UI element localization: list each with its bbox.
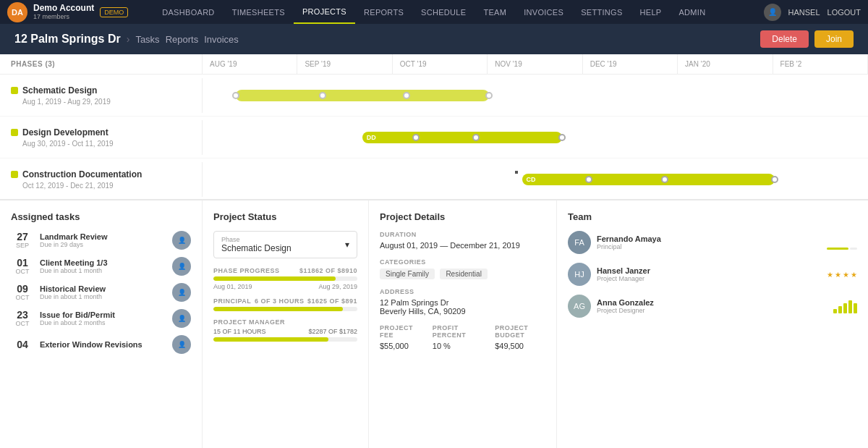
address-line2: Beverly Hills, CA, 90209 (380, 307, 545, 316)
task-name-4: Exterior Window Revisions (40, 340, 166, 349)
phase-select[interactable]: Phase Schematic Design ▾ (213, 231, 357, 258)
gantt-dot-3 (403, 92, 410, 99)
gantt-bar-dd[interactable]: DD (362, 132, 562, 143)
phase-dot-dd (11, 129, 18, 136)
gantt-bar-label-cd: CD (527, 176, 536, 183)
task-name-0: Landmark Review (40, 232, 166, 241)
nav-link-reports[interactable]: REPORTS (355, 0, 412, 24)
phase-name-dd: Design Development (22, 127, 109, 138)
task-sub-0: Due in 29 days (40, 241, 166, 248)
delete-button[interactable]: Delete (760, 30, 809, 48)
detail-address: ADDRESS 12 Palm Springs Dr Beverly Hills… (380, 288, 545, 316)
nav-logout-button[interactable]: LOGOUT (827, 8, 861, 17)
profit-value: 10 % (433, 342, 480, 350)
nav-link-schedule[interactable]: SCHEDULE (412, 0, 475, 24)
task-info-4: Exterior Window Revisions (40, 340, 166, 349)
timeline-month-jan: JAN '20 (678, 54, 773, 74)
pm-progress-values: 15 OF 11 HOURS $2287 OF $1782 (213, 328, 357, 335)
gantt-timeline-header: AUG '19 SEP '19 OCT '19 NOV '19 DEC '19 … (203, 54, 868, 74)
gantt-bar-label-dd: DD (367, 134, 376, 141)
member-name-1: Hansel Janzer (597, 266, 821, 275)
phase-name-cd: Construction Documentation (22, 169, 142, 179)
task-item-4: 04 Exterior Window Revisions 👤 (11, 335, 191, 354)
profit-label: PROFIT PERCENT (433, 324, 480, 339)
task-info-2: Historical Review Due in about 1 month (40, 284, 166, 300)
categories-tags: Single Family Residential (380, 269, 545, 279)
gantt-header: PHASES (3) AUG '19 SEP '19 OCT '19 NOV '… (0, 54, 868, 75)
timeline-month-nov: NOV '19 (488, 54, 582, 74)
nav-user-name: HANSEL (788, 8, 820, 17)
nav-right: 👤 HANSEL LOGOUT (764, 4, 861, 21)
gantt-bar-area-schematic (203, 75, 868, 117)
task-avatar-0: 👤 (172, 231, 191, 250)
principal-progress-row: PRINCIPAL 6 OF 3 HOURS $1625 OF $891 (213, 297, 357, 311)
nav-link-projects[interactable]: PROJECTS (294, 0, 355, 24)
nav-link-help[interactable]: HELP (631, 0, 671, 24)
nav-link-admin[interactable]: ADMIN (670, 0, 714, 24)
demo-badge: DEMO (100, 7, 128, 17)
nav-link-timesheets[interactable]: TIMESHEETS (224, 0, 294, 24)
fee-value: $55,000 (380, 342, 418, 350)
phase-info-schematic: Schematic Design Aug 1, 2019 - Aug 29, 2… (0, 78, 203, 113)
gantt-row-dd: Design Development Aug 30, 2019 - Oct 11… (0, 117, 868, 159)
pm-progress-row: PROJECT MANAGER 15 OF 11 HOURS $2287 OF … (213, 318, 357, 342)
gantt-dot-2 (319, 92, 326, 99)
team-member-0: FA Fernando Amaya Principal (568, 231, 857, 254)
duration-label: DURATION (380, 231, 545, 238)
phase-progress-row: PHASE PROGRESS $11862 OF $8910 Aug 01, 2… (213, 267, 357, 290)
phase-dates-schematic: Aug 1, 2019 - Aug 29, 2019 (22, 98, 191, 106)
gantt-dot-dd-2 (472, 134, 480, 141)
nav-link-settings[interactable]: SETTINGS (572, 0, 631, 24)
pm-progress-label: PROJECT MANAGER (213, 318, 357, 326)
nav-link-invoices[interactable]: INVOICES (515, 0, 572, 24)
category-tag-1: Residential (440, 269, 487, 279)
assigned-tasks-panel: Assigned tasks 27 SEP Landmark Review Du… (0, 200, 203, 448)
task-info-3: Issue for Bid/Permit Due in about 2 mont… (40, 310, 166, 326)
member-info-2: Anna Gonzalez Project Designer (597, 298, 827, 314)
member-name-0: Fernando Amaya (597, 234, 821, 243)
breadcrumb-project-title: 12 Palm Springs Dr (14, 33, 121, 46)
principal-progress-bar-bg (213, 307, 357, 311)
nav-link-team[interactable]: TEAM (475, 0, 515, 24)
task-info-0: Landmark Review Due in 29 days (40, 232, 166, 248)
gantt-dot-1 (232, 92, 239, 99)
task-date-0: 27 SEP (11, 232, 34, 249)
task-day-3: 23 (11, 310, 34, 320)
member-avatar-1: HJ (568, 263, 591, 286)
nav-link-dashboard[interactable]: DASHBOARD (153, 0, 223, 24)
member-role-2: Project Designer (597, 307, 827, 314)
join-button[interactable]: Join (814, 30, 854, 48)
assigned-tasks-title: Assigned tasks (11, 211, 191, 222)
gantt-dot-cd-3 (771, 176, 778, 183)
task-date-4: 04 (11, 339, 34, 350)
detail-financials: PROJECT FEE $55,000 PROFIT PERCENT 10 % … (380, 324, 545, 350)
phase-progress-bar-bg (213, 276, 357, 281)
breadcrumb-separator: › (127, 33, 130, 45)
task-name-1: Client Meeting 1/3 (40, 258, 166, 267)
team-title: Team (568, 211, 857, 222)
phase-select-chevron-icon: ▾ (345, 240, 349, 250)
gantt-bar-cd[interactable]: CD (522, 174, 775, 185)
task-avatar-1: 👤 (172, 257, 191, 276)
star-1-3: ★ (843, 271, 849, 279)
task-name-2: Historical Review (40, 284, 166, 293)
member-name-2: Anna Gonzalez (597, 298, 827, 307)
detail-categories: CATEGORIES Single Family Residential (380, 258, 545, 279)
star-1-1: ★ (827, 271, 833, 279)
breadcrumb-invoices-link[interactable]: Invoices (204, 34, 239, 45)
task-day-4: 04 (11, 339, 34, 350)
principal-progress-label: PRINCIPAL 6 OF 3 HOURS $1625 OF $891 (213, 297, 357, 305)
task-date-1: 01 OCT (11, 258, 34, 275)
task-date-2: 09 OCT (11, 284, 34, 301)
budget-label: PROJECT BUDGET (495, 324, 545, 339)
breadcrumb-bar: 12 Palm Springs Dr › Tasks Reports Invoi… (0, 24, 868, 54)
task-month-2: OCT (11, 294, 34, 301)
budget-value: $49,500 (495, 342, 545, 350)
bar-2-1 (833, 309, 837, 313)
member-dot-line-0 (827, 248, 848, 250)
breadcrumb-tasks-link[interactable]: Tasks (135, 34, 159, 45)
task-month-0: SEP (11, 242, 34, 249)
gantt-bar-schematic[interactable] (236, 90, 489, 101)
breadcrumb-reports-link[interactable]: Reports (166, 34, 199, 45)
detail-duration: DURATION August 01, 2019 — December 21, … (380, 231, 545, 250)
